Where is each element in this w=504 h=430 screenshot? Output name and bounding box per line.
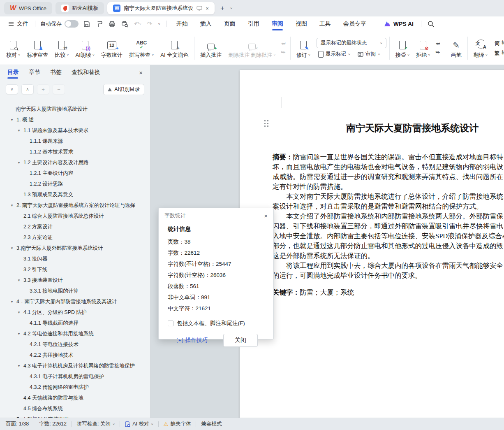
tab-contents[interactable]: 目录 <box>7 65 19 80</box>
document-text-line[interactable]: 闪器、引下线和接地装置三部分，即通过外部防雷装置吸引雷电并尽快将雷电 <box>273 221 504 231</box>
to-simplified-button[interactable]: 繁转简 <box>493 49 504 57</box>
toc-item[interactable]: ▾ 1. 概 述 <box>0 114 148 125</box>
toc-item[interactable]: ▾ 1.2.2 设计思路 <box>0 179 148 189</box>
collapse-arrow-icon[interactable]: ▾ <box>10 118 14 122</box>
document-text-line[interactable]: 本文介绍了外部防雷接地系统和内部防雷接地系统两大部分。外部防雷保 <box>273 212 504 221</box>
toc-item[interactable]: ▾ 1.1 课题来源及基本技术要求 <box>0 125 148 136</box>
proofread-button[interactable]: 校对˅ <box>3 37 23 60</box>
insert-comment-button[interactable]: + 插入批注 <box>197 37 224 60</box>
close-tab-icon[interactable]: × <box>206 5 209 12</box>
ai-read-aloud-button[interactable]: ))) AI朗读˅ <box>73 37 98 60</box>
tab-find-replace[interactable]: 查找和替换 <box>72 65 100 80</box>
document-text-line[interactable]: 入地中安全泄放。内部防雷主要包括等电位连接、安装SPD浪涌保护器及综合布 <box>273 231 504 241</box>
zoom-in-outline-button[interactable]: + <box>37 84 49 94</box>
next-change-button[interactable]: ⮩ <box>434 49 442 56</box>
save-button[interactable] <box>80 21 93 28</box>
collapse-arrow-icon[interactable]: ▾ <box>10 300 14 304</box>
toc-item[interactable]: ▾ 1.1.2 基本技术要求 <box>0 146 148 157</box>
toc-item[interactable]: ▾ 4.4 天馈线路的防雷与接地 <box>0 393 148 403</box>
menu-item-home[interactable]: 开始 <box>170 16 194 31</box>
new-tab-button[interactable]: + <box>218 4 227 12</box>
menu-item-reference[interactable]: 引用 <box>242 16 266 31</box>
toc-item[interactable]: ▾ 2. 南宁天际大厦防雷接地系统方案的设计论证与选择 <box>0 200 148 211</box>
collapse-arrow-icon[interactable]: ▾ <box>17 278 21 282</box>
translate-button[interactable]: 文A 翻译˅ <box>471 37 490 60</box>
document-text-line[interactable]: 这是外部防雷系统所无法保证的。 <box>273 251 504 261</box>
document-text-line[interactable]: 摘要：防雷问题一直是世界各国关注的课题。雷击不但直接造成对地面目标特 <box>273 152 504 162</box>
docer-ai-template-tab[interactable]: 稻壳AI模板 <box>55 2 104 14</box>
next-comment-button[interactable]: ⮩ <box>280 49 287 56</box>
dialog-close-icon[interactable]: × <box>264 212 268 219</box>
page-indicator[interactable]: 页面: 1/38 <box>6 421 29 428</box>
toc-item[interactable]: ▾ 4.3 电子计算机机房及计算机网络的防雷接地保护 <box>0 360 148 371</box>
wps-ai-button[interactable]: WPS AI <box>379 21 418 27</box>
toc-item[interactable]: ▾ 4.2.2 共用接地技术 <box>0 350 148 360</box>
document-text-line[interactable]: 将该工程应用到实践中去，综合大厦内的各项设备在雷雨天气都能够安全 <box>273 261 504 271</box>
show-markup-button[interactable]: 显示标记˅ <box>317 50 352 58</box>
track-changes-button[interactable]: ✎ 修订˅ <box>294 37 313 60</box>
menu-item-view[interactable]: 视图 <box>289 16 313 31</box>
menu-item-insert[interactable]: 插入 <box>194 16 218 31</box>
expand-all-button[interactable]: ˅ <box>6 84 18 94</box>
toc-item[interactable]: ▾ 3.3 接地装置设计 <box>0 275 148 286</box>
word-count-button[interactable]: 12+ 字数统计 <box>98 37 125 60</box>
tips-link[interactable]: ▶ 操作技巧 <box>177 337 208 344</box>
toc-item[interactable]: ▾ 3.南宁天际大厦外部防雷接地系统设计 <box>0 243 148 253</box>
toc-item[interactable]: ▾ 5. 工程概况及安装说明 <box>0 414 148 418</box>
collapse-arrow-icon[interactable]: ▾ <box>17 160 21 165</box>
output-pdf-button[interactable] <box>93 21 106 28</box>
toc-item[interactable]: ▾ 3.3.1 接地电阻的计算 <box>0 286 148 296</box>
autosave-toggle[interactable] <box>65 20 79 28</box>
review-pane-button[interactable]: 审阅˅ <box>356 50 381 58</box>
collapse-arrow-icon[interactable]: ▾ <box>17 364 21 368</box>
toc-item[interactable]: ▾ 4.2.1 等电位连接技术 <box>0 339 148 350</box>
include-textbox-option[interactable]: 包括文本框、脚注和尾注(F) <box>168 320 264 327</box>
print-button[interactable] <box>106 21 118 28</box>
close-dialog-button[interactable]: 关闭 <box>223 334 258 347</box>
document-text-line[interactable]: 案设计和选择，对直击雷采取的是避雷带和避雷网相结合的保护方式。 <box>273 202 504 212</box>
print-preview-button[interactable] <box>118 21 131 28</box>
wps-office-home-tab[interactable]: W WPS Office <box>4 2 52 14</box>
toc-item[interactable]: ▾ 4.3.2 传输网络的雷电防护 <box>0 382 148 393</box>
undo-button[interactable]: ↶˅ <box>131 20 144 28</box>
file-menu[interactable]: 文件 <box>5 20 32 28</box>
document-text-line[interactable]: 的运行，可圆满地完成毕业设计任务书中的要求。 <box>273 271 504 281</box>
tab-chapters[interactable]: 章节 <box>29 65 40 80</box>
spell-check-button[interactable]: ABC✓ 拼写检查˅ <box>126 37 157 60</box>
tab-bookmarks[interactable]: 书签 <box>50 65 62 80</box>
delete-comment-button[interactable]: × 删除批注删除批注˅ <box>225 37 278 60</box>
document-page[interactable]: 南宁天际大夏防雷接地系统设计 摘要：防雷问题一直是世界各国关注的课题。雷击不但直… <box>240 70 504 418</box>
collapse-arrow-icon[interactable]: ▾ <box>17 332 21 336</box>
toc-item[interactable]: ▾ 3.2 引下线 <box>0 264 148 275</box>
menu-item-member[interactable]: 会员专享 <box>337 16 372 31</box>
menu-item-review[interactable]: 审阅 <box>266 16 289 31</box>
document-text-line[interactable]: 坏，而且雷电放电产生的电磁场也会对电气设备，特别是建筑物内部的弱电设 <box>273 162 504 172</box>
reject-button[interactable]: ⊘ 拒绝˅ <box>413 37 433 60</box>
document-tab[interactable]: W 南宁天际大夏防雷接地系统设 × <box>107 2 215 14</box>
close-sidebar-icon[interactable]: × <box>139 69 143 76</box>
ink-pen-button[interactable]: ✎ 画笔 <box>448 37 465 60</box>
ai-recognize-toc-button[interactable]: AI识别目录 <box>103 84 144 95</box>
spellcheck-status[interactable]: 拼写检查: 关闭˅ <box>77 421 115 428</box>
toc-item[interactable]: ▾ 4．南宁天际大厦内部防雷接地系统及其设计 <box>0 296 148 307</box>
toc-item[interactable]: ▾ 4.2 等电位连接和共用接地系统 <box>0 328 148 339</box>
more-quick-actions-icon[interactable]: ˅ <box>155 22 163 26</box>
collapse-arrow-icon[interactable]: ▾ <box>10 246 14 250</box>
toc-item[interactable]: ▾ 2.2 方案设计 <box>0 221 148 232</box>
redo-button[interactable]: ↷ <box>144 20 155 28</box>
previous-change-button[interactable]: ⮨ <box>434 40 442 47</box>
toc-item[interactable]: ▾ 1.2 主要设计内容及设计思路 <box>0 157 148 168</box>
toc-item[interactable]: ▾ 2.3 方案论证 <box>0 232 148 243</box>
toc-item[interactable]: ▾ 2.1 综合大厦防雷接地系统总体设计 <box>0 211 148 221</box>
ai-polish-button[interactable]: ✦ AI 全文润色 <box>157 37 191 60</box>
checkbox-unchecked-icon[interactable] <box>168 321 173 326</box>
tab-list-dropdown-icon[interactable]: ˅ <box>230 7 232 10</box>
collapse-arrow-icon[interactable]: ▾ <box>17 128 21 132</box>
markup-state-select[interactable]: 显示标记的最终状态 ˅ <box>317 38 386 48</box>
zoom-out-outline-button[interactable]: − <box>53 84 65 94</box>
standard-review-button[interactable]: ♟ 标准审查 <box>24 37 51 60</box>
toc-item[interactable]: ▾ 1.1.1 课题来源 <box>0 136 148 146</box>
accept-button[interactable]: ✓ 接受˅ <box>393 37 412 60</box>
document-title[interactable]: 南宁天际大夏防雷接地系统设计 <box>240 122 504 135</box>
compatibility-mode-indicator[interactable]: 兼容模式 <box>201 421 222 428</box>
